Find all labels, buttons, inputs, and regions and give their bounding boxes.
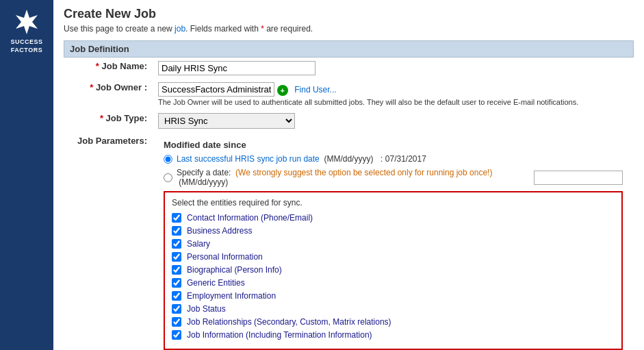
logo-text-line1: SUCCESS bbox=[10, 38, 42, 45]
page-title: Create New Job bbox=[64, 7, 634, 21]
entity-checkbox-job-status[interactable] bbox=[172, 304, 181, 314]
job-owner-description: The Job Owner will be used to authentica… bbox=[158, 98, 628, 106]
params-section: Modified date since Last successful HRIS… bbox=[158, 136, 628, 350]
entity-row-employment: Employment Information bbox=[172, 291, 615, 301]
radio-last-sync[interactable] bbox=[164, 155, 172, 164]
success-factors-logo-icon bbox=[12, 7, 42, 37]
sidebar: SUCCESS FACTORS bbox=[0, 0, 53, 350]
entity-row-biographical: Biographical (Person Info) bbox=[172, 265, 615, 275]
entity-label-generic: Generic Entities bbox=[187, 278, 245, 288]
job-type-row: * Job Type: HRIS Sync bbox=[64, 110, 634, 132]
form-table: * Job Name: * Job Owner : + Find User...… bbox=[64, 58, 634, 350]
entity-label-job-relationships: Job Relationships (Secondary, Custom, Ma… bbox=[187, 317, 391, 327]
entity-label-job-information: Job Information (Including Termination I… bbox=[187, 330, 372, 340]
radio-specify-date[interactable] bbox=[164, 173, 172, 182]
find-user-link[interactable]: Find User... bbox=[294, 85, 336, 95]
entity-label-business-address: Business Address bbox=[187, 226, 252, 236]
entity-row-personal-info: Personal Information bbox=[172, 252, 615, 262]
job-name-label: * Job Name: bbox=[64, 58, 153, 79]
entity-checkbox-business-address[interactable] bbox=[172, 226, 181, 236]
entity-checkbox-personal-info[interactable] bbox=[172, 252, 181, 262]
radio-specify-date-text: Specify a date: (We strongly suggest the… bbox=[177, 168, 530, 187]
job-params-cell: Modified date since Last successful HRIS… bbox=[153, 132, 634, 350]
radio-row-last-sync: Last successful HRIS sync job run date (… bbox=[164, 154, 623, 164]
logo: SUCCESS FACTORS bbox=[10, 7, 42, 53]
page-description: Use this page to create a new job. Field… bbox=[64, 24, 634, 34]
job-name-row: * Job Name: bbox=[64, 58, 634, 79]
radio-row-specify-date: Specify a date: (We strongly suggest the… bbox=[164, 168, 623, 187]
entity-label-contact: Contact Information (Phone/Email) bbox=[187, 213, 313, 223]
entity-row-job-relationships: Job Relationships (Secondary, Custom, Ma… bbox=[172, 317, 615, 327]
entity-row-salary: Salary bbox=[172, 239, 615, 249]
job-link[interactable]: job bbox=[175, 24, 185, 34]
job-name-input[interactable] bbox=[158, 61, 315, 75]
job-params-label: Job Parameters: bbox=[64, 132, 153, 350]
main-content: Create New Job Use this page to create a… bbox=[53, 0, 644, 350]
entity-row-contact: Contact Information (Phone/Email) bbox=[172, 213, 615, 223]
job-owner-label: * Job Owner : bbox=[64, 79, 153, 110]
entities-title: Select the entities required for sync. bbox=[172, 198, 615, 208]
entity-label-employment: Employment Information bbox=[187, 291, 276, 301]
entity-checkbox-employment[interactable] bbox=[172, 291, 181, 301]
entity-checkbox-job-information[interactable] bbox=[172, 330, 181, 340]
entity-checkbox-biographical[interactable] bbox=[172, 265, 181, 275]
job-name-cell bbox=[153, 58, 634, 79]
job-type-select[interactable]: HRIS Sync bbox=[158, 113, 295, 129]
entity-label-salary: Salary bbox=[187, 239, 210, 249]
job-params-row: Job Parameters: Modified date since Last… bbox=[64, 132, 634, 350]
specify-date-input[interactable] bbox=[534, 171, 623, 185]
entity-checkbox-contact[interactable] bbox=[172, 213, 181, 223]
entity-label-job-status: Job Status bbox=[187, 304, 226, 314]
job-type-cell: HRIS Sync bbox=[153, 110, 634, 132]
entity-row-job-information: Job Information (Including Termination I… bbox=[172, 330, 615, 340]
entity-checkbox-salary[interactable] bbox=[172, 239, 181, 249]
job-owner-input[interactable] bbox=[158, 82, 274, 97]
section-header: Job Definition bbox=[64, 40, 634, 58]
entity-checkbox-generic[interactable] bbox=[172, 278, 181, 288]
entities-box: Select the entities required for sync. C… bbox=[164, 191, 623, 350]
required-asterisk: * bbox=[261, 24, 264, 34]
find-user-icon: + bbox=[277, 85, 288, 96]
entity-row-job-status: Job Status bbox=[172, 304, 615, 314]
entity-label-personal-info: Personal Information bbox=[187, 252, 263, 262]
entity-checkbox-job-relationships[interactable] bbox=[172, 317, 181, 327]
logo-text-line2: FACTORS bbox=[11, 47, 42, 53]
job-owner-cell: + Find User... The Job Owner will be use… bbox=[153, 79, 634, 110]
entity-row-business-address: Business Address bbox=[172, 226, 615, 236]
job-type-label: * Job Type: bbox=[64, 110, 153, 132]
modified-date-label: Modified date since bbox=[164, 140, 623, 150]
radio-last-sync-text: Last successful HRIS sync job run date (… bbox=[177, 154, 426, 164]
job-owner-row: * Job Owner : + Find User... The Job Own… bbox=[64, 79, 634, 110]
entity-row-generic: Generic Entities bbox=[172, 278, 615, 288]
entity-label-biographical: Biographical (Person Info) bbox=[187, 265, 282, 275]
